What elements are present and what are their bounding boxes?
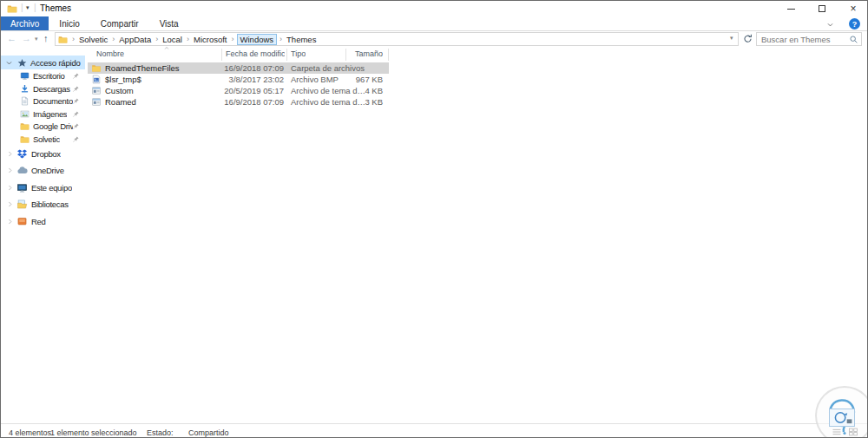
column-separator[interactable]	[345, 49, 346, 61]
document-icon	[20, 96, 30, 106]
view-details-button[interactable]	[829, 426, 844, 438]
onedrive-cloud-icon	[16, 165, 28, 176]
column-separator[interactable]	[221, 49, 222, 61]
tab-compartir[interactable]: Compartir	[90, 16, 149, 30]
file-list: Nombre Fecha de modifica… Tipo Tamaño Ro…	[88, 47, 400, 423]
computer-icon	[16, 182, 28, 193]
maximize-button[interactable]	[806, 1, 838, 16]
sidebar-item-imagenes[interactable]: Imágenes	[1, 108, 85, 121]
breadcrumb-microsoft[interactable]: Microsoft	[192, 35, 229, 44]
search-input[interactable]	[761, 33, 848, 45]
breadcrumb-themes[interactable]: Themes	[285, 35, 318, 44]
libraries-icon	[16, 199, 28, 210]
file-size: 4 KB	[338, 85, 383, 96]
column-separator[interactable]	[286, 49, 287, 61]
sidebar-item-dropbox[interactable]: Dropbox	[1, 147, 85, 160]
sidebar-item-bibliotecas[interactable]: Bibliotecas	[1, 198, 85, 212]
chevron-right-icon[interactable]	[6, 218, 14, 226]
close-button[interactable]: ×	[838, 1, 868, 16]
column-header-tamano[interactable]: Tamaño	[346, 49, 383, 58]
address-history-caret-icon[interactable]: ▾	[730, 35, 733, 42]
search-icon[interactable]	[849, 35, 858, 44]
crumb-separator[interactable]: ›	[69, 35, 77, 43]
crumb-separator[interactable]: ›	[184, 35, 192, 43]
file-row-custom[interactable]: Custom 20/5/2019 05:17 Archivo de tema d…	[88, 85, 389, 96]
search-box[interactable]	[756, 32, 862, 46]
refresh-icon[interactable]	[742, 33, 753, 44]
pin-icon	[72, 122, 80, 130]
view-thumbnails-button[interactable]	[845, 426, 860, 438]
sidebar-item-label: Este equipo	[31, 183, 72, 193]
selected-count: 1 elemento seleccionado	[50, 428, 137, 437]
state-value: Compartido	[188, 428, 229, 437]
pin-icon	[72, 72, 80, 80]
expand-ribbon-chevron-icon[interactable]	[826, 21, 834, 29]
chevron-right-icon[interactable]	[6, 184, 14, 192]
sidebar-item-label: Acceso rápido	[30, 58, 81, 68]
up-button[interactable]: ↑	[43, 33, 49, 43]
downloads-icon	[20, 84, 30, 94]
forward-button[interactable]: →	[22, 33, 31, 43]
folder-icon	[91, 63, 102, 73]
breadcrumb-solvetic[interactable]: Solvetic	[77, 35, 109, 44]
file-row-lsr-tmp[interactable]: $lsr_tmp$ 3/8/2017 23:02 Archivo BMP 967…	[88, 74, 389, 85]
address-bar[interactable]: › Solvetic › AppData › Local › Microsoft…	[55, 32, 739, 46]
tab-inicio[interactable]: Inicio	[49, 16, 89, 30]
network-icon	[16, 216, 28, 227]
navigation-pane: Acceso rápido Escritorio Descargas Docum…	[1, 47, 85, 423]
breadcrumb-appdata[interactable]: AppData	[117, 35, 153, 44]
chevron-down-icon[interactable]	[5, 59, 13, 67]
view-thumbnails-icon	[848, 427, 858, 437]
sidebar-item-label: Descargas	[33, 84, 70, 94]
tab-archivo[interactable]: Archivo	[1, 16, 49, 30]
crumb-separator[interactable]: ›	[109, 35, 117, 43]
file-row-roamedthemefiles[interactable]: RoamedThemeFiles 16/9/2018 07:09 Carpeta…	[88, 62, 389, 74]
pin-icon	[72, 110, 80, 118]
pin-icon	[72, 85, 80, 93]
chevron-right-icon[interactable]	[6, 200, 14, 208]
crumb-separator[interactable]: ›	[153, 35, 161, 43]
file-size: 967 KB	[338, 74, 383, 85]
titlebar[interactable]: | ▾ | Themes ×	[1, 1, 867, 16]
crumb-separator[interactable]: ›	[277, 35, 285, 43]
sidebar-item-solvetic[interactable]: Solvetic	[1, 133, 85, 146]
sidebar-item-red[interactable]: Red	[1, 214, 85, 228]
maximize-icon	[819, 5, 825, 12]
close-icon: ×	[850, 4, 856, 13]
file-name: Custom	[105, 85, 134, 96]
chevron-right-icon[interactable]	[6, 150, 14, 158]
column-header-fecha[interactable]: Fecha de modifica…	[226, 49, 285, 58]
titlebar-separator: |	[21, 3, 23, 12]
file-row-roamed[interactable]: Roamed 16/9/2018 07:09 Archivo de tema d…	[88, 96, 389, 108]
back-button[interactable]: ←	[7, 33, 16, 43]
column-header-nombre[interactable]: Nombre	[96, 49, 124, 58]
column-separator[interactable]	[388, 49, 389, 61]
folder-icon	[20, 121, 30, 131]
sidebar-item-documentos[interactable]: Documentos	[1, 95, 85, 108]
sort-ascending-icon	[162, 45, 171, 51]
sidebar-item-label: Dropbox	[31, 149, 61, 159]
sidebar-item-google-drive[interactable]: Google Drive	[1, 120, 85, 133]
sidebar-item-acceso-rapido[interactable]: Acceso rápido	[1, 56, 85, 69]
tab-vista[interactable]: Vista	[149, 16, 189, 30]
column-header-tipo[interactable]: Tipo	[291, 49, 306, 58]
address-folder-icon	[58, 35, 68, 44]
qat-customize-caret-icon[interactable]: ▾	[26, 4, 30, 11]
crumb-separator[interactable]: ›	[229, 35, 237, 43]
titlebar-separator: |	[34, 3, 36, 12]
sidebar-item-descargas[interactable]: Descargas	[1, 82, 85, 95]
chevron-right-icon[interactable]	[6, 167, 14, 174]
minimize-button[interactable]	[775, 1, 806, 16]
sidebar-item-label: Documentos	[33, 96, 73, 106]
sidebar-item-este-equipo[interactable]: Este equipo	[1, 180, 85, 194]
sidebar-item-escritorio[interactable]: Escritorio	[1, 69, 85, 82]
recent-locations-caret-icon[interactable]: ▾	[35, 36, 38, 42]
theme-file-icon	[91, 97, 102, 107]
bmp-file-icon	[91, 75, 102, 84]
sidebar-item-label: Imágenes	[33, 109, 67, 119]
state-label: Estado:	[147, 428, 174, 437]
sidebar-item-onedrive[interactable]: OneDrive	[1, 164, 85, 178]
breadcrumb-windows[interactable]: Windows	[237, 34, 278, 45]
breadcrumb-local[interactable]: Local	[161, 35, 184, 44]
help-button[interactable]: ?	[849, 18, 860, 29]
